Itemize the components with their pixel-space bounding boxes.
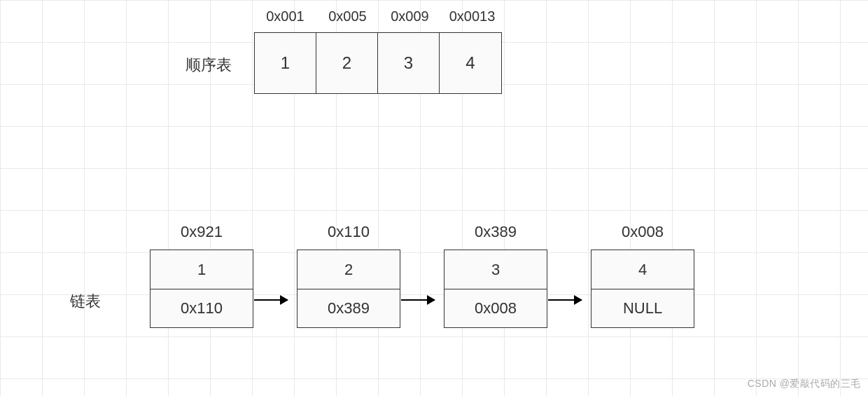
array-address-cell: 0x005 (316, 8, 379, 25)
node-address: 0x008 (591, 223, 694, 241)
node-pointer: 0x008 (444, 289, 547, 327)
array-cell: 2 (316, 33, 378, 93)
node-pointer: NULL (592, 289, 694, 327)
linked-list-node: 2 0x389 (297, 250, 400, 328)
array-address-cell: 0x001 (254, 8, 316, 25)
node-pointer: 0x389 (298, 289, 400, 327)
linked-list-node: 1 0x110 (150, 250, 253, 328)
watermark-text: CSDN @爱敲代码的三毛 (748, 378, 861, 390)
node-address: 0x110 (297, 223, 400, 241)
array-label: 顺序表 (186, 55, 232, 76)
node-value: 1 (150, 250, 253, 289)
node-value: 4 (592, 250, 694, 289)
array-address-cell: 0x009 (379, 8, 441, 25)
array-cell: 3 (378, 33, 440, 93)
arrow-icon (548, 299, 582, 301)
diagram-canvas: 顺序表 0x001 0x005 0x009 0x0013 1 2 3 4 链表 … (0, 0, 868, 396)
array-cells: 1 2 3 4 (254, 32, 502, 94)
node-address: 0x389 (444, 223, 547, 241)
linked-list-label: 链表 (70, 291, 101, 312)
array-address-cell: 0x0013 (441, 8, 503, 25)
linked-list-node: 4 NULL (591, 250, 694, 328)
array-cell: 1 (255, 33, 316, 93)
array-cell: 4 (440, 33, 501, 93)
node-value: 3 (444, 250, 547, 289)
node-value: 2 (298, 250, 400, 289)
linked-list-node: 3 0x008 (444, 250, 547, 328)
node-pointer: 0x110 (150, 289, 253, 327)
arrow-icon (254, 299, 288, 301)
node-address: 0x921 (150, 223, 253, 241)
arrow-icon (401, 299, 435, 301)
array-address-row: 0x001 0x005 0x009 0x0013 (254, 8, 503, 25)
